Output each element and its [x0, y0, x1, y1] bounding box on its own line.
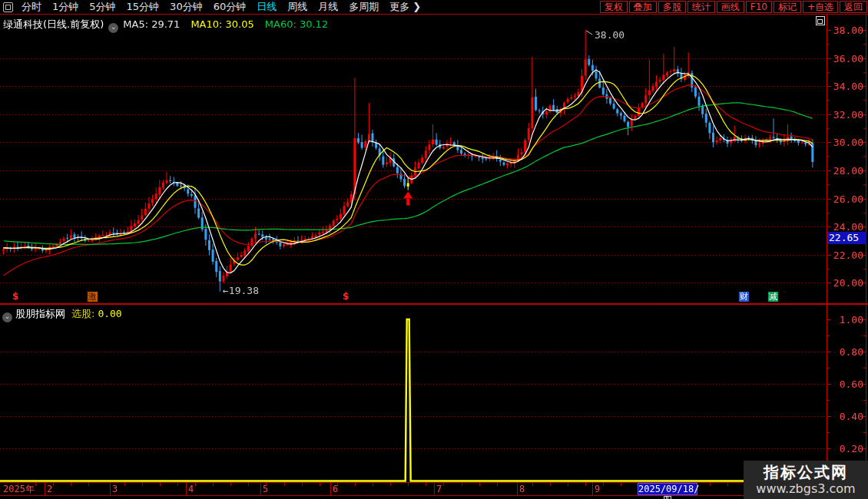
- time-minor-tick: [621, 483, 621, 486]
- month-divider: [110, 483, 111, 495]
- main-y-tick-label: 28.00: [830, 165, 863, 177]
- time-minor-tick: [71, 483, 71, 486]
- period-tab-分时[interactable]: 分时: [16, 0, 47, 14]
- time-minor-tick: [320, 483, 320, 486]
- sub-y-tick-label: 0.40: [830, 411, 863, 422]
- month-divider: [330, 483, 331, 495]
- maximize-chart-icon[interactable]: [816, 16, 825, 25]
- time-minor-tick: [177, 483, 178, 486]
- window-panel-icon[interactable]: [3, 2, 13, 12]
- toolbar-button-叠加[interactable]: 叠加: [629, 1, 657, 13]
- month-label-9: 9: [595, 484, 600, 495]
- month-label-4: 4: [188, 484, 194, 495]
- month-label-8: 8: [519, 484, 525, 495]
- cursor-price-box: 22.65: [827, 232, 866, 244]
- main-y-tick-label: 36.00: [830, 53, 863, 64]
- month-label-7: 7: [436, 484, 442, 495]
- time-axis: 2025年 2025/09/18/四 23456789: [0, 482, 868, 496]
- month-label-3: 3: [112, 484, 118, 495]
- period-tab-多周期[interactable]: 多周期: [343, 0, 384, 14]
- toolbar-right-buttons: 复权叠加多股统计画线F10标记+自选返回: [600, 1, 867, 13]
- time-minor-tick: [497, 483, 498, 486]
- trading-app-window: 分时1分钟5分钟15分钟30分钟60分钟日线周线月线多周期更多 ❯ 复权叠加多股…: [0, 0, 868, 499]
- sub-y-tick-label: 1.00: [830, 314, 863, 326]
- time-minor-tick: [532, 483, 533, 486]
- indicator-value: 0.00: [98, 308, 121, 319]
- time-minor-tick: [710, 483, 711, 486]
- period-tab-周线[interactable]: 周线: [282, 0, 313, 14]
- period-tab-1分钟[interactable]: 1分钟: [47, 0, 84, 14]
- ma-label: MA10: 30.05: [190, 18, 253, 30]
- ma-values: MA5: 29.71MA10: 30.05MA60: 30.12: [123, 16, 339, 31]
- toolbar-button-统计[interactable]: 统计: [687, 1, 715, 13]
- toolbar-button-复权[interactable]: 复权: [600, 1, 628, 13]
- ma-label: MA5: 29.71: [123, 18, 180, 30]
- chevron-down-icon[interactable]: ⌄: [2, 312, 12, 322]
- period-tab-5分钟[interactable]: 5分钟: [84, 0, 121, 14]
- time-minor-tick: [603, 483, 604, 486]
- main-y-tick-label: 38.00: [830, 25, 863, 36]
- time-minor-tick: [408, 483, 409, 486]
- time-minor-tick: [248, 483, 249, 486]
- chevron-down-icon[interactable]: ⌄: [108, 23, 118, 33]
- main-y-tick-label: 26.00: [830, 193, 863, 205]
- event-marker-减[interactable]: 减: [768, 292, 778, 302]
- time-minor-tick: [53, 483, 54, 486]
- time-minor-tick: [479, 483, 480, 486]
- time-minor-tick: [230, 483, 231, 486]
- toolbar-button-画线[interactable]: 画线: [717, 1, 744, 13]
- event-marker-$[interactable]: $: [12, 292, 18, 302]
- time-minor-tick: [302, 483, 303, 486]
- main-y-tick-label: 22.00: [830, 250, 863, 261]
- event-marker-激[interactable]: 激: [88, 292, 98, 302]
- sub-y-tick-label: 0.80: [830, 346, 863, 358]
- event-marker-财[interactable]: 财: [739, 292, 749, 302]
- indicator-site-label: 股朋指标网: [15, 308, 65, 319]
- time-minor-tick: [355, 483, 356, 486]
- top-toolbar: 分时1分钟5分钟15分钟30分钟60分钟日线周线月线多周期更多 ❯ 复权叠加多股…: [0, 0, 868, 15]
- low-annotation: ←19.38: [223, 285, 259, 296]
- high-annotation: 38.00: [595, 29, 624, 41]
- month-label-2: 2: [47, 484, 52, 495]
- toolbar-button-F10[interactable]: F10: [746, 1, 772, 13]
- month-divider: [45, 483, 45, 495]
- time-minor-tick: [443, 483, 444, 486]
- ma-label: MA60: 30.12: [265, 18, 328, 30]
- main-y-tick-label: 32.00: [830, 109, 863, 121]
- time-minor-tick: [88, 483, 89, 486]
- period-tab-更多 ❯[interactable]: 更多 ❯: [384, 0, 426, 14]
- time-minor-tick: [266, 483, 267, 486]
- watermark: 指标公式网 www.zbgs3.com: [744, 461, 868, 499]
- indicator-header: ⌄股朋指标网选股:0.00: [2, 306, 122, 322]
- time-minor-tick: [213, 483, 214, 486]
- main-chart-header: 绿通科技(日线.前复权)⌄MA5: 29.71MA10: 30.05MA60: …: [3, 16, 339, 33]
- main-y-tick-label: 34.00: [830, 81, 863, 92]
- period-tab-15分钟[interactable]: 15分钟: [121, 0, 165, 14]
- time-minor-tick: [160, 483, 161, 486]
- time-minor-tick: [124, 483, 125, 486]
- time-minor-tick: [35, 483, 36, 486]
- indicator-chart-canvas[interactable]: [0, 304, 868, 482]
- main-chart-canvas[interactable]: [0, 15, 868, 304]
- time-minor-tick: [462, 483, 462, 486]
- time-minor-tick: [390, 483, 391, 486]
- period-tab-60分钟[interactable]: 60分钟: [208, 0, 252, 14]
- toolbar-button-返回[interactable]: 返回: [840, 1, 867, 13]
- time-minor-tick: [550, 483, 551, 486]
- month-divider: [186, 483, 187, 495]
- time-minor-tick: [337, 483, 338, 486]
- month-divider: [260, 483, 261, 495]
- month-divider: [592, 483, 593, 495]
- period-tab-月线[interactable]: 月线: [313, 0, 343, 14]
- toolbar-button-+自选[interactable]: +自选: [803, 1, 838, 13]
- main-y-tick-label: 30.00: [830, 137, 863, 148]
- toolbar-button-多股[interactable]: 多股: [658, 1, 686, 13]
- period-tab-日线[interactable]: 日线: [251, 0, 282, 14]
- toolbar-button-标记[interactable]: 标记: [774, 1, 801, 13]
- event-marker-$[interactable]: $: [343, 292, 349, 302]
- period-tab-30分钟[interactable]: 30分钟: [164, 0, 208, 14]
- time-minor-tick: [426, 483, 426, 486]
- time-minor-tick: [373, 483, 373, 486]
- main-y-tick-label: 20.00: [830, 277, 863, 289]
- period-tabs: 分时1分钟5分钟15分钟30分钟60分钟日线周线月线多周期更多 ❯: [16, 0, 426, 14]
